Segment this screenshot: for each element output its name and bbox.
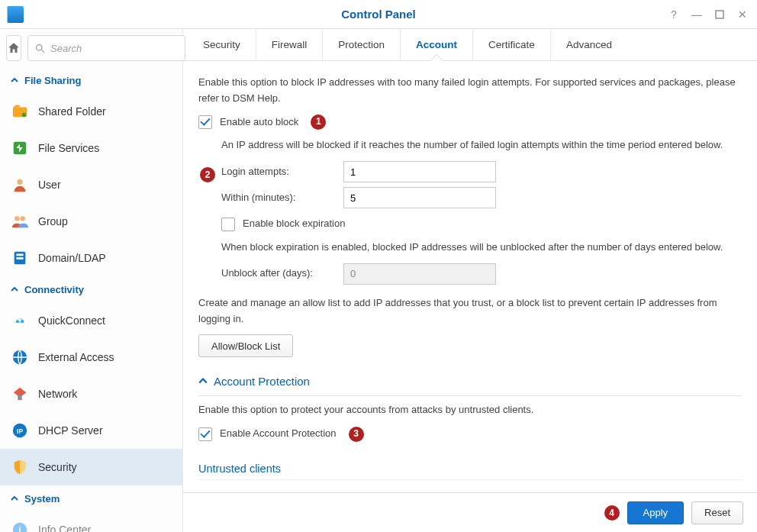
- minimize-button[interactable]: —: [687, 5, 707, 24]
- sidebar-item-label: User: [38, 179, 61, 191]
- svg-point-7: [14, 216, 19, 221]
- group-connectivity[interactable]: Connectivity: [0, 276, 182, 302]
- within-minutes-label: Within (minutes):: [221, 190, 343, 206]
- tab-protection[interactable]: Protection: [323, 29, 401, 60]
- tab-firewall[interactable]: Firewall: [256, 29, 324, 60]
- shield-icon: [11, 458, 29, 476]
- unblock-after-input: [343, 263, 496, 285]
- svg-point-6: [17, 179, 22, 185]
- search-input[interactable]: [50, 43, 179, 54]
- svg-text:i: i: [18, 524, 21, 532]
- maximize-button[interactable]: [710, 5, 730, 24]
- sidebar-item-label: External Access: [38, 351, 114, 363]
- enable-block-expiration-row: Enable block expiration: [221, 216, 742, 232]
- within-minutes-row: Within (minutes):: [221, 187, 742, 208]
- allow-block-desc: Create and manage an allow list to add I…: [198, 295, 742, 327]
- callout-2: 2: [200, 167, 215, 182]
- tab-advanced[interactable]: Advanced: [551, 29, 627, 60]
- callout-1: 1: [311, 114, 326, 130]
- auto-block-desc: An IP address will be blocked if it reac…: [221, 137, 742, 153]
- group-icon: [11, 212, 29, 231]
- app-icon: [5, 4, 26, 25]
- enable-block-expiration-checkbox[interactable]: [221, 218, 235, 231]
- group-file-sharing[interactable]: File Sharing: [0, 67, 182, 93]
- sidebar-nav: File Sharing Shared Folder File Services…: [0, 67, 182, 532]
- login-attempts-row: Login attempts:: [221, 161, 742, 182]
- svg-point-1: [37, 44, 43, 50]
- sidebar-item-label: Network: [38, 388, 77, 400]
- tab-account[interactable]: Account: [401, 29, 473, 60]
- enable-auto-block-checkbox[interactable]: [198, 115, 212, 129]
- within-minutes-input[interactable]: [343, 187, 496, 208]
- tab-bar: Security Firewall Protection Account Cer…: [183, 29, 757, 61]
- untrusted-clients-title: Untrusted clients: [198, 460, 742, 480]
- svg-line-2: [41, 50, 44, 53]
- sidebar-item-info-center[interactable]: i Info Center: [0, 511, 182, 532]
- chevron-up-icon: [11, 75, 18, 86]
- group-system[interactable]: System: [0, 485, 182, 511]
- group-label: File Sharing: [24, 75, 81, 86]
- svg-rect-13: [18, 395, 22, 400]
- account-protection-header[interactable]: Account Protection: [198, 372, 742, 396]
- dhcp-icon: IP: [11, 421, 29, 440]
- close-button[interactable]: ✕: [733, 5, 752, 24]
- sidebar-item-network[interactable]: Network: [0, 376, 182, 412]
- enable-account-protection-label: Enable Account Protection: [220, 426, 337, 442]
- intro-text: Enable this option to block IP addresses…: [198, 75, 742, 107]
- footer: 4 Apply Reset: [183, 492, 757, 532]
- chevron-up-icon: [11, 284, 18, 295]
- window-title: Control Panel: [0, 8, 757, 21]
- group-label: System: [24, 493, 60, 505]
- network-icon: [11, 385, 29, 403]
- globe-icon: [11, 348, 29, 366]
- window-controls: ? — ✕: [664, 0, 752, 29]
- sidebar-item-label: File Services: [38, 142, 99, 154]
- sidebar-item-label: Security: [38, 461, 77, 473]
- sidebar-item-user[interactable]: User: [0, 166, 182, 203]
- sidebar-item-group[interactable]: Group: [0, 203, 182, 240]
- folder-share-icon: [11, 102, 29, 121]
- sidebar-item-shared-folder[interactable]: Shared Folder: [0, 93, 182, 130]
- home-button[interactable]: [6, 35, 21, 61]
- sidebar-item-external-access[interactable]: External Access: [0, 339, 182, 376]
- search-field[interactable]: [27, 35, 185, 61]
- reset-button[interactable]: Reset: [691, 501, 743, 524]
- tab-certificate[interactable]: Certificate: [473, 29, 551, 60]
- unblock-after-label: Unblock after (days):: [221, 266, 343, 282]
- callout-3: 3: [349, 427, 364, 442]
- login-attempts-label: Login attempts:: [221, 164, 343, 180]
- sidebar-item-label: Shared Folder: [38, 105, 106, 118]
- sidebar-item-file-services[interactable]: File Services: [0, 130, 182, 166]
- apply-button[interactable]: Apply: [627, 501, 685, 524]
- group-label: Connectivity: [24, 284, 84, 295]
- svg-rect-0: [716, 11, 723, 18]
- help-button[interactable]: ?: [664, 5, 684, 24]
- enable-auto-block-row: Enable auto block 1: [198, 114, 742, 131]
- sidebar-item-label: Domain/LDAP: [38, 252, 106, 264]
- login-attempts-input[interactable]: [343, 161, 496, 182]
- sidebar-item-label: DHCP Server: [38, 424, 103, 437]
- enable-account-protection-checkbox[interactable]: [198, 427, 212, 441]
- sidebar-item-label: Info Center: [38, 524, 91, 532]
- svg-rect-11: [16, 257, 23, 260]
- quickconnect-icon: [11, 311, 29, 330]
- sidebar-item-security[interactable]: Security: [0, 449, 182, 485]
- user-icon: [11, 176, 29, 194]
- sidebar: File Sharing Shared Folder File Services…: [0, 29, 183, 532]
- enable-block-expiration-label: Enable block expiration: [243, 216, 345, 232]
- svg-point-4: [22, 113, 27, 118]
- section-title: Account Protection: [214, 372, 310, 391]
- sidebar-item-dhcp-server[interactable]: IP DHCP Server: [0, 412, 182, 449]
- enable-account-protection-row: Enable Account Protection 3: [198, 426, 742, 442]
- sidebar-item-label: QuickConnect: [38, 314, 105, 327]
- titlebar: Control Panel ? — ✕: [0, 0, 757, 29]
- enable-auto-block-label: Enable auto block: [220, 114, 298, 131]
- sidebar-item-quickconnect[interactable]: QuickConnect: [0, 302, 182, 339]
- allow-block-list-button[interactable]: Allow/Block List: [198, 334, 293, 357]
- svg-point-8: [20, 216, 24, 221]
- sidebar-item-label: Group: [38, 215, 68, 227]
- main-panel: Security Firewall Protection Account Cer…: [183, 29, 757, 532]
- tab-security[interactable]: Security: [188, 29, 256, 60]
- callout-4: 4: [604, 505, 620, 521]
- sidebar-item-domain-ldap[interactable]: Domain/LDAP: [0, 240, 182, 276]
